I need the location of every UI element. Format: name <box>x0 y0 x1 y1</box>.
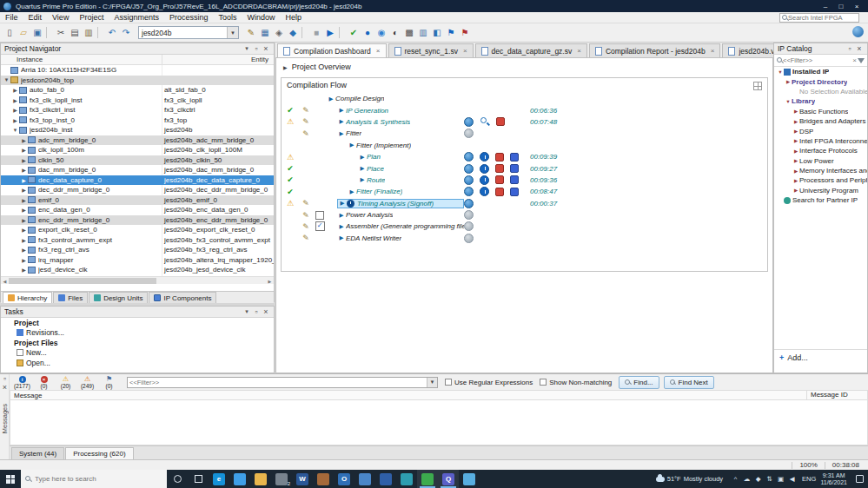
stage-action-icon[interactable] <box>480 175 489 185</box>
stage-report-icon[interactable] <box>464 221 474 231</box>
twisty-icon[interactable] <box>792 119 799 124</box>
tree-row[interactable]: dac_mm_bridge_0 jesd204b_dac_mm_bridge_0 <box>1 165 274 175</box>
twisty-icon[interactable] <box>20 257 28 263</box>
stage-run-arrow-icon[interactable] <box>348 188 356 195</box>
ip-filter-box[interactable]: × <box>774 55 867 67</box>
new-file-icon[interactable]: ▯ <box>3 26 17 40</box>
stage-enable-checkbox[interactable] <box>313 221 327 231</box>
twisty-icon[interactable] <box>20 187 28 193</box>
menu-item[interactable]: Processing <box>164 12 214 23</box>
stage-run-arrow-icon[interactable] <box>348 142 356 148</box>
message-filter-toggle[interactable]: (2177) <box>11 375 33 389</box>
regex-option[interactable]: Use Regular Expressions <box>445 379 533 386</box>
ip-tree-row[interactable]: Memory Interfaces and Co <box>774 166 867 175</box>
float-panel-icon[interactable] <box>252 44 261 53</box>
compile-stage-row[interactable]: Route 00:09:36 <box>282 175 767 186</box>
tab-close-icon[interactable] <box>463 47 467 55</box>
meeting-app-icon[interactable] <box>417 470 438 488</box>
compile-stage-row[interactable]: Fitter <box>282 128 767 139</box>
toolbar-separator[interactable] <box>301 27 308 38</box>
messages-tab[interactable]: System (44) <box>11 447 64 459</box>
taskbar-search[interactable] <box>21 470 167 488</box>
twisty-icon[interactable] <box>11 117 19 123</box>
ip-tree-row[interactable]: Library <box>774 96 867 106</box>
compile-stage-row[interactable]: Plan 00:09:39 <box>282 151 767 162</box>
filter-funnel-icon[interactable] <box>858 58 865 63</box>
pin-icon[interactable] <box>242 307 251 316</box>
tree-row[interactable]: enc_ddr_mm_bridge_0 jesd204b_enc_ddr_mm_… <box>1 215 274 226</box>
media-app-icon[interactable] <box>396 470 417 488</box>
scrollbar-thumb[interactable] <box>9 278 156 284</box>
toolbar-separator[interactable] <box>46 27 52 38</box>
cut-icon[interactable]: ✂ <box>54 26 68 40</box>
timing-analyzer-icon[interactable]: ● <box>361 26 374 40</box>
twisty-icon[interactable] <box>20 137 28 143</box>
ip-tree-row[interactable]: Processors and Peripherals <box>774 175 867 185</box>
twisty-icon[interactable] <box>792 178 799 183</box>
logic-analyzer-icon[interactable]: ▥ <box>416 26 430 40</box>
document-tab[interactable]: Compilation Dashboard <box>277 43 387 57</box>
compile-stage-row[interactable]: Fitter (Implement) <box>282 140 767 151</box>
tree-row[interactable]: Arria 10: 10AX115H2F34E1SG <box>1 65 274 76</box>
menu-item[interactable]: Edit <box>23 12 48 23</box>
navigator-tab[interactable]: Files <box>53 292 88 303</box>
stage-run-arrow-icon[interactable] <box>337 234 346 241</box>
task-row[interactable]: Open... <box>1 358 274 368</box>
stage-edit-icon[interactable] <box>299 117 313 126</box>
twisty-icon[interactable] <box>3 77 10 82</box>
tree-row[interactable]: irq_mapper jesd204b_altera_irq_mapper_19… <box>1 255 274 266</box>
stage-action-icon[interactable] <box>495 188 504 196</box>
tree-row[interactable]: fx3_reg_ctrl_avs jesd204b_fx3_reg_ctrl_a… <box>1 245 274 255</box>
ip-tree-row[interactable]: No Selection Available <box>774 87 867 96</box>
undo-icon[interactable]: ↶ <box>105 26 119 40</box>
edge-icon[interactable]: e <box>209 470 229 488</box>
ip-tree-row[interactable]: Search for Partner IP <box>774 195 867 205</box>
compile-stage-row[interactable]: Place 00:09:27 <box>282 162 767 174</box>
message-filter-toggle[interactable]: (249) <box>76 375 98 389</box>
find-button[interactable]: Find... <box>619 376 659 389</box>
stage-action-icon[interactable] <box>480 187 489 196</box>
taskbar-search-input[interactable] <box>35 475 148 483</box>
nonmatching-checkbox[interactable] <box>540 379 547 386</box>
stage-action-icon[interactable] <box>510 164 519 173</box>
stage-run-arrow-icon[interactable] <box>327 96 335 102</box>
float-panel-icon[interactable] <box>252 307 261 316</box>
tab-close-icon[interactable] <box>376 47 381 55</box>
stage-report-icon[interactable] <box>464 129 474 138</box>
chevron-down-icon[interactable]: ▼ <box>227 27 238 38</box>
cortana-button[interactable] <box>167 470 188 488</box>
close-panel-icon[interactable] <box>262 307 270 316</box>
dashboard-grid-icon[interactable] <box>753 82 762 90</box>
intel-fpga-search-input[interactable] <box>788 14 854 22</box>
menu-item[interactable]: View <box>47 12 74 23</box>
stage-action-icon[interactable] <box>480 152 489 162</box>
regex-checkbox[interactable] <box>445 379 452 386</box>
horizontal-scrollbar[interactable]: ◀ ▶ <box>1 276 274 284</box>
ip-tree-row[interactable]: Bridges and Adapters <box>774 116 867 126</box>
redo-icon[interactable]: ↷ <box>119 26 133 40</box>
action-center-button[interactable] <box>852 470 866 488</box>
simulator-icon[interactable]: ◐ <box>388 26 402 40</box>
close-panel-icon[interactable] <box>262 44 270 53</box>
outlook-icon[interactable]: O <box>334 470 354 488</box>
twisty-icon[interactable] <box>20 147 28 153</box>
tree-row[interactable]: enc_data_gen_0 jesd204b_enc_data_gen_0 <box>1 205 274 215</box>
toolbar-separator[interactable] <box>339 27 345 38</box>
document-tab[interactable]: Compilation Report - jesd204b <box>589 43 720 57</box>
settings-icon[interactable]: ◈ <box>272 26 286 40</box>
task-row[interactable]: Revisions... <box>1 328 274 339</box>
compile-stage-row[interactable]: Power Analysis <box>282 209 767 221</box>
ip-filter-input[interactable] <box>783 56 851 64</box>
tree-row[interactable]: jesd_device_clk jesd204b_jesd_device_clk <box>1 265 274 275</box>
stage-edit-icon[interactable] <box>299 234 313 242</box>
column-header-entity[interactable]: Entity <box>162 55 274 65</box>
onedrive-icon[interactable]: ☁ <box>741 470 752 488</box>
clear-filter-icon[interactable]: × <box>852 56 857 64</box>
stage-action-icon[interactable] <box>480 164 489 174</box>
stage-run-arrow-icon[interactable] <box>338 200 347 207</box>
doc-app-icon[interactable] <box>354 470 375 488</box>
menu-item[interactable]: Assignments <box>109 12 164 23</box>
float-panel-icon[interactable] <box>845 44 854 53</box>
twisty-icon[interactable] <box>792 129 799 134</box>
tree-row[interactable]: fx3_control_avmm_expt jesd204b_fx3_contr… <box>1 235 274 246</box>
